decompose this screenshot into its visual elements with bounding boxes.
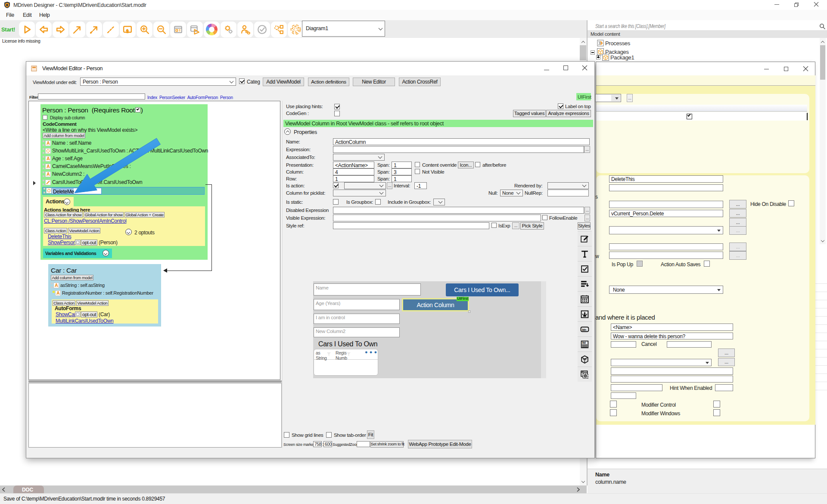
svg-text:list: list: [582, 341, 586, 344]
svg-text:btn: btn: [582, 328, 586, 331]
